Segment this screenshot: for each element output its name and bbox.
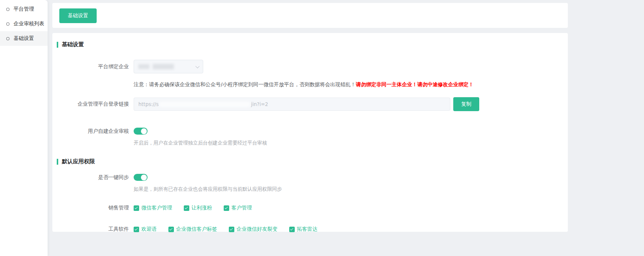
section-title: 默认应用权限 [62, 158, 95, 165]
app-root: 平台管理 企业审核列表 基础设置 基础设置 基础设置 平台绑定企业 [0, 0, 644, 256]
redacted-url-segment [159, 102, 250, 107]
checked-checkbox-icon [134, 227, 139, 232]
toggle-knob [141, 175, 147, 180]
section-header-basic-settings: 基础设置 [57, 41, 568, 48]
checkbox-wecom-friend-fission[interactable]: 企业微信好友裂变 [229, 226, 278, 233]
checkbox-wechat-customer-management[interactable]: 微信客户管理 [134, 205, 172, 211]
sidebar-item-label: 平台管理 [14, 6, 34, 12]
circle-icon [6, 8, 10, 11]
platform-bind-label: 平台绑定企业 [52, 63, 129, 70]
self-build-audit-row: 用户自建企业审核 [52, 128, 568, 135]
section-title: 基础设置 [62, 41, 84, 48]
one-key-sync-helper: 如果是，则所有已存在企业也会将应用权限与当前默认应用权限同步 [134, 186, 568, 193]
url-prefix: https://s [138, 101, 159, 107]
section-accent-bar [57, 42, 58, 48]
notice-warning-text: 请勿绑定非同一主体企业！请勿中途修改企业绑定！ [356, 81, 474, 87]
tool-software-row: 工具软件 欢迎语 企业微信客户标签 企业微信好友裂变 [52, 226, 568, 233]
checkbox-welcome-message[interactable]: 欢迎语 [134, 226, 157, 233]
sales-checkbox-group: 微信客户管理 让利涨粉 客户管理 [134, 205, 264, 211]
checkbox-wecom-customer-tags[interactable]: 企业微信客户标签 [168, 226, 217, 233]
platform-company-select[interactable] [134, 60, 203, 73]
checked-checkbox-icon [134, 205, 139, 211]
login-link-input[interactable]: https://s jin?i=2 [134, 98, 450, 111]
checkbox-profit-fans[interactable]: 让利涨粉 [184, 205, 212, 211]
one-key-sync-label: 是否一键同步 [52, 174, 129, 181]
bind-notice: 注意：请务必确保该企业微信和公众号/小程序绑定到同一微信开放平台，否则数据将会出… [134, 81, 568, 88]
checkbox-customer-management[interactable]: 客户管理 [224, 205, 252, 211]
login-link-label: 企业管理平台登录链接 [52, 101, 129, 107]
platform-bind-row: 平台绑定企业 [52, 60, 568, 73]
sales-management-label: 销售管理 [52, 205, 129, 211]
section-accent-bar [57, 159, 58, 165]
section-header-default-permissions: 默认应用权限 [57, 158, 568, 165]
sidebar: 平台管理 企业审核列表 基础设置 [0, 0, 48, 256]
checked-checkbox-icon [289, 227, 295, 232]
login-link-row: 企业管理平台登录链接 https://s jin?i=2 复制 [52, 97, 568, 111]
main-area: 基础设置 基础设置 平台绑定企业 注意：请务必确保该企业微信和公众号/ [48, 0, 568, 256]
tools-checkbox-group: 欢迎语 企业微信客户标签 企业微信好友裂变 拓客雷达 [134, 226, 329, 233]
settings-card: 基础设置 平台绑定企业 注意：请务必确保该企业微信和公众号/小程序绑定到同一微信… [52, 33, 568, 232]
chevron-down-icon [196, 64, 200, 68]
copy-button[interactable]: 复制 [453, 97, 479, 111]
sidebar-item-basic-settings[interactable]: 基础设置 [0, 31, 48, 46]
checked-checkbox-icon [229, 227, 234, 232]
circle-icon [6, 22, 10, 26]
one-key-sync-row: 是否一键同步 [52, 174, 568, 181]
circle-icon [6, 37, 10, 40]
toggle-knob [141, 128, 147, 134]
redacted-company-name [138, 64, 196, 69]
checked-checkbox-icon [184, 205, 189, 211]
sales-management-row: 销售管理 微信客户管理 让利涨粉 客户管理 [52, 205, 568, 211]
sidebar-item-label: 企业审核列表 [14, 21, 44, 27]
tool-software-label: 工具软件 [52, 226, 129, 233]
sidebar-item-label: 基础设置 [14, 35, 34, 42]
sidebar-item-platform-management[interactable]: 平台管理 [0, 2, 48, 17]
self-build-audit-label: 用户自建企业审核 [52, 128, 129, 135]
tab-basic-settings[interactable]: 基础设置 [59, 8, 97, 23]
one-key-sync-toggle[interactable] [134, 174, 148, 181]
self-build-audit-toggle[interactable] [134, 128, 148, 135]
self-build-audit-helper: 开启后，用户在企业管理独立后台创建企业需要经过平台审核 [134, 140, 568, 146]
checked-checkbox-icon [168, 227, 174, 232]
url-suffix: jin?i=2 [251, 101, 268, 107]
notice-text: 注意：请务必确保该企业微信和公众号/小程序绑定到同一微信开放平台，否则数据将会出… [134, 81, 356, 87]
sidebar-item-enterprise-audit-list[interactable]: 企业审核列表 [0, 17, 48, 31]
checkbox-customer-radar[interactable]: 拓客雷达 [289, 226, 317, 233]
tab-bar: 基础设置 [52, 3, 568, 28]
checked-checkbox-icon [224, 205, 229, 211]
